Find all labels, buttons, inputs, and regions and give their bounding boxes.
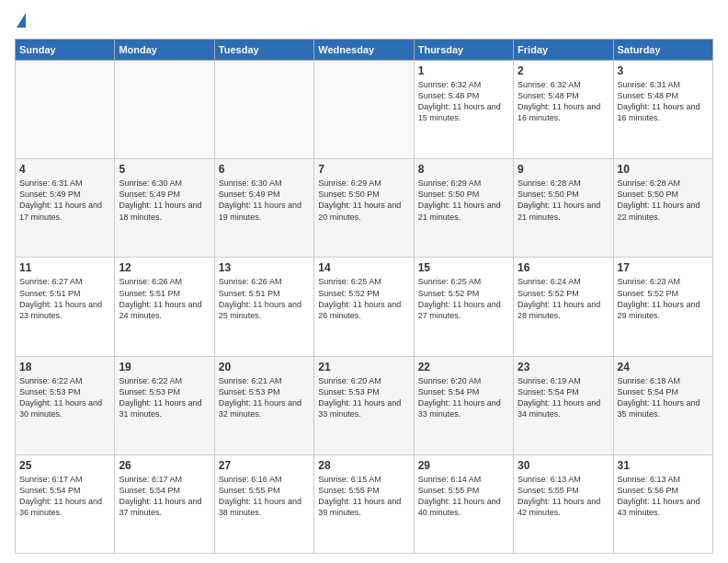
calendar-cell: 30Sunrise: 6:13 AM Sunset: 5:55 PM Dayli… [514,454,613,553]
calendar-cell: 20Sunrise: 6:21 AM Sunset: 5:53 PM Dayli… [214,356,313,454]
cell-day-number: 21 [318,361,409,373]
week-row-5: 25Sunrise: 6:17 AM Sunset: 5:54 PM Dayli… [16,454,713,553]
header [15,15,713,29]
cell-day-number: 13 [219,261,310,274]
cell-info: Sunrise: 6:16 AM Sunset: 5:55 PM Dayligh… [219,474,310,519]
cell-day-number: 6 [219,163,310,176]
cell-info: Sunrise: 6:28 AM Sunset: 5:50 PM Dayligh… [618,178,709,223]
calendar-cell: 13Sunrise: 6:26 AM Sunset: 5:51 PM Dayli… [214,258,313,356]
calendar-cell: 5Sunrise: 6:30 AM Sunset: 5:49 PM Daylig… [115,159,214,258]
column-header-monday: Monday [115,40,214,61]
cell-info: Sunrise: 6:20 AM Sunset: 5:53 PM Dayligh… [318,375,409,420]
cell-info: Sunrise: 6:32 AM Sunset: 5:48 PM Dayligh… [518,79,609,124]
column-header-thursday: Thursday [414,40,513,61]
calendar-cell: 6Sunrise: 6:30 AM Sunset: 5:49 PM Daylig… [214,159,313,258]
cell-day-number: 4 [19,163,110,176]
cell-info: Sunrise: 6:31 AM Sunset: 5:48 PM Dayligh… [618,79,709,124]
cell-info: Sunrise: 6:14 AM Sunset: 5:55 PM Dayligh… [418,474,509,519]
cell-info: Sunrise: 6:17 AM Sunset: 5:54 PM Dayligh… [119,474,210,519]
cell-info: Sunrise: 6:13 AM Sunset: 5:55 PM Dayligh… [518,474,609,519]
calendar-cell: 7Sunrise: 6:29 AM Sunset: 5:50 PM Daylig… [314,159,414,258]
calendar-cell: 18Sunrise: 6:22 AM Sunset: 5:53 PM Dayli… [16,356,115,454]
cell-info: Sunrise: 6:28 AM Sunset: 5:50 PM Dayligh… [518,178,609,223]
calendar-cell: 11Sunrise: 6:27 AM Sunset: 5:51 PM Dayli… [16,258,115,356]
calendar-cell: 10Sunrise: 6:28 AM Sunset: 5:50 PM Dayli… [613,159,712,258]
cell-info: Sunrise: 6:31 AM Sunset: 5:49 PM Dayligh… [19,178,110,223]
cell-day-number: 10 [618,163,709,176]
cell-day-number: 5 [119,163,210,176]
cell-day-number: 17 [618,261,709,274]
cell-day-number: 19 [119,361,210,373]
cell-info: Sunrise: 6:24 AM Sunset: 5:52 PM Dayligh… [518,276,609,321]
header-row: SundayMondayTuesdayWednesdayThursdayFrid… [16,40,713,61]
calendar-table: SundayMondayTuesdayWednesdayThursdayFrid… [15,39,713,554]
cell-day-number: 3 [618,64,709,77]
cell-info: Sunrise: 6:30 AM Sunset: 5:49 PM Dayligh… [119,178,210,223]
column-header-wednesday: Wednesday [314,40,414,61]
calendar-cell: 27Sunrise: 6:16 AM Sunset: 5:55 PM Dayli… [214,454,313,553]
calendar-cell [314,61,414,159]
calendar-cell: 15Sunrise: 6:25 AM Sunset: 5:52 PM Dayli… [414,258,513,356]
cell-day-number: 15 [418,261,509,274]
cell-day-number: 2 [518,64,609,77]
logo-triangle-icon [17,13,26,28]
cell-day-number: 26 [119,459,210,472]
calendar-cell: 23Sunrise: 6:19 AM Sunset: 5:54 PM Dayli… [514,356,613,454]
calendar-cell [16,61,115,159]
cell-info: Sunrise: 6:26 AM Sunset: 5:51 PM Dayligh… [119,276,210,321]
calendar-cell: 29Sunrise: 6:14 AM Sunset: 5:55 PM Dayli… [414,454,513,553]
cell-day-number: 24 [618,361,709,373]
cell-info: Sunrise: 6:23 AM Sunset: 5:52 PM Dayligh… [618,276,709,321]
calendar-cell: 3Sunrise: 6:31 AM Sunset: 5:48 PM Daylig… [613,61,712,159]
week-row-1: 1Sunrise: 6:32 AM Sunset: 5:48 PM Daylig… [16,61,713,159]
cell-info: Sunrise: 6:30 AM Sunset: 5:49 PM Dayligh… [219,178,310,223]
cell-info: Sunrise: 6:25 AM Sunset: 5:52 PM Dayligh… [418,276,509,321]
calendar-header: SundayMondayTuesdayWednesdayThursdayFrid… [16,40,713,61]
cell-info: Sunrise: 6:27 AM Sunset: 5:51 PM Dayligh… [19,276,110,321]
cell-day-number: 1 [418,64,509,77]
calendar-cell: 25Sunrise: 6:17 AM Sunset: 5:54 PM Dayli… [16,454,115,553]
cell-info: Sunrise: 6:21 AM Sunset: 5:53 PM Dayligh… [219,375,310,420]
calendar-cell [115,61,214,159]
week-row-2: 4Sunrise: 6:31 AM Sunset: 5:49 PM Daylig… [16,159,713,258]
cell-info: Sunrise: 6:22 AM Sunset: 5:53 PM Dayligh… [19,375,110,420]
calendar-cell: 19Sunrise: 6:22 AM Sunset: 5:53 PM Dayli… [115,356,214,454]
cell-info: Sunrise: 6:19 AM Sunset: 5:54 PM Dayligh… [518,375,609,420]
calendar-cell: 22Sunrise: 6:20 AM Sunset: 5:54 PM Dayli… [414,356,513,454]
calendar-cell: 26Sunrise: 6:17 AM Sunset: 5:54 PM Dayli… [115,454,214,553]
calendar-cell: 4Sunrise: 6:31 AM Sunset: 5:49 PM Daylig… [16,159,115,258]
cell-day-number: 8 [418,163,509,176]
calendar-cell: 16Sunrise: 6:24 AM Sunset: 5:52 PM Dayli… [514,258,613,356]
cell-day-number: 16 [518,261,609,274]
calendar-cell: 8Sunrise: 6:29 AM Sunset: 5:50 PM Daylig… [414,159,513,258]
cell-day-number: 27 [219,459,310,472]
cell-day-number: 25 [19,459,110,472]
calendar-cell: 21Sunrise: 6:20 AM Sunset: 5:53 PM Dayli… [314,356,414,454]
cell-day-number: 12 [119,261,210,274]
cell-day-number: 31 [618,459,709,472]
column-header-tuesday: Tuesday [214,40,313,61]
calendar-body: 1Sunrise: 6:32 AM Sunset: 5:48 PM Daylig… [16,61,713,554]
logo [15,15,26,29]
cell-info: Sunrise: 6:13 AM Sunset: 5:56 PM Dayligh… [618,474,709,519]
cell-info: Sunrise: 6:17 AM Sunset: 5:54 PM Dayligh… [19,474,110,519]
cell-info: Sunrise: 6:26 AM Sunset: 5:51 PM Dayligh… [219,276,310,321]
cell-day-number: 20 [219,361,310,373]
calendar-cell: 12Sunrise: 6:26 AM Sunset: 5:51 PM Dayli… [115,258,214,356]
cell-info: Sunrise: 6:25 AM Sunset: 5:52 PM Dayligh… [318,276,409,321]
week-row-3: 11Sunrise: 6:27 AM Sunset: 5:51 PM Dayli… [16,258,713,356]
calendar-cell [214,61,313,159]
cell-day-number: 30 [518,459,609,472]
cell-info: Sunrise: 6:18 AM Sunset: 5:54 PM Dayligh… [618,375,709,420]
cell-day-number: 7 [318,163,409,176]
calendar-cell: 17Sunrise: 6:23 AM Sunset: 5:52 PM Dayli… [613,258,712,356]
cell-info: Sunrise: 6:29 AM Sunset: 5:50 PM Dayligh… [418,178,509,223]
cell-day-number: 29 [418,459,509,472]
cell-info: Sunrise: 6:20 AM Sunset: 5:54 PM Dayligh… [418,375,509,420]
cell-day-number: 28 [318,459,409,472]
calendar-cell: 9Sunrise: 6:28 AM Sunset: 5:50 PM Daylig… [514,159,613,258]
calendar-cell: 28Sunrise: 6:15 AM Sunset: 5:55 PM Dayli… [314,454,414,553]
calendar-cell: 2Sunrise: 6:32 AM Sunset: 5:48 PM Daylig… [514,61,613,159]
cell-day-number: 23 [518,361,609,373]
calendar-cell: 24Sunrise: 6:18 AM Sunset: 5:54 PM Dayli… [613,356,712,454]
